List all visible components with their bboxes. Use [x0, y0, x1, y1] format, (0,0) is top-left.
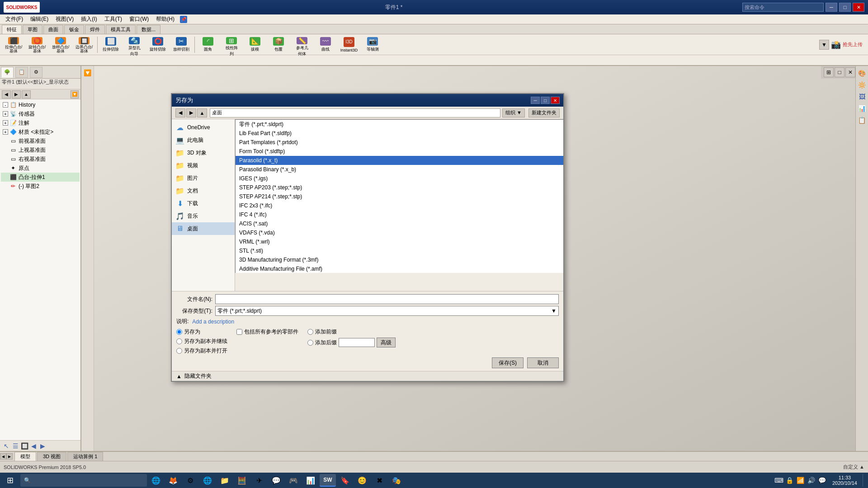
tool-draft[interactable]: 📐 拔模	[243, 36, 267, 54]
ft-vda[interactable]: VDAFS (*.vda)	[236, 228, 563, 237]
ft-sat[interactable]: ACIS (*.sat)	[236, 219, 563, 228]
tray-icon5[interactable]: 💬	[818, 476, 827, 485]
sidebar-pictures[interactable]: 📁 图片	[172, 172, 235, 184]
menu-insert[interactable]: 插入(I)	[77, 14, 100, 24]
sidebar-downloads[interactable]: ⬇ 下载	[172, 197, 235, 210]
pin-icon[interactable]: 📌	[180, 16, 187, 23]
taskbar-item9[interactable]: 💬	[268, 474, 284, 487]
tab-motion[interactable]: 运动算例 1	[67, 452, 103, 461]
ft-stl[interactable]: STL (*.stl)	[236, 246, 563, 255]
tool-instant3d[interactable]: I3D Instant3D	[337, 36, 361, 54]
suffix-radio[interactable]	[307, 340, 313, 346]
status-custom[interactable]: 自定义 ▲	[843, 464, 864, 470]
tool-hole-wizard[interactable]: 🔩 异型孔向导	[123, 36, 146, 54]
tab-features[interactable]: 特征	[2, 25, 22, 34]
sidebar-computer[interactable]: 💻 此电脑	[172, 134, 235, 146]
radio-save-copy-continue[interactable]: 另存为副本并继续	[176, 338, 227, 345]
sidebar-videos[interactable]: 📁 视频	[172, 159, 235, 172]
tool-boundary-boss[interactable]: 🔲 边界凸台/基体	[72, 36, 96, 54]
start-button[interactable]: ⊞	[2, 474, 18, 487]
menu-file[interactable]: 文件(F)	[2, 14, 27, 24]
tree-back-btn[interactable]: ◀	[2, 90, 11, 99]
tab-sketch[interactable]: 草图	[23, 25, 42, 34]
dialog-forward-btn[interactable]: ▶	[186, 108, 196, 117]
taskbar-item10[interactable]: 🎮	[285, 474, 302, 487]
dialog-maximize-btn[interactable]: □	[541, 97, 550, 104]
ft-3mf[interactable]: 3D Manufacturing Format (*.3mf)	[236, 255, 563, 264]
tab-surface[interactable]: 曲面	[43, 25, 63, 34]
taskbar-explorer[interactable]: 📁	[217, 474, 233, 487]
lp-list-icon[interactable]: ☰	[11, 441, 20, 450]
taskbar-edge[interactable]: 🌐	[199, 474, 216, 487]
expand-toolbar-btn[interactable]: ▼	[819, 40, 829, 50]
ft-wrl[interactable]: VRML (*.wrl)	[236, 237, 563, 246]
tool-loft-boss[interactable]: 🔷 放样凸台/基体	[49, 36, 72, 54]
hide-folder-toggle[interactable]: ▲ 隐藏文件夹	[172, 371, 563, 381]
taskbar-item13[interactable]: 🔖	[337, 474, 353, 487]
taskbar-firefox[interactable]: 🦊	[165, 474, 181, 487]
menu-tools[interactable]: 工具(T)	[101, 14, 126, 24]
lp-pointer-icon[interactable]: ↖	[2, 441, 11, 450]
tab-sheet-metal[interactable]: 钣金	[64, 25, 84, 34]
organize-btn[interactable]: 组织 ▼	[502, 108, 525, 117]
taskbar-item16[interactable]: 🎭	[388, 474, 405, 487]
filter-icon[interactable]: 🔽	[71, 90, 79, 99]
taskbar-item15[interactable]: ✖	[371, 474, 387, 487]
ft-ifc2x3[interactable]: IFC 2x3 (*.ifc)	[236, 201, 563, 210]
filename-input[interactable]	[215, 294, 559, 304]
tree-item-material[interactable]: + 🔷 材质 <未指定>	[1, 127, 80, 136]
sidebar-onedrive[interactable]: ☁ OneDrive	[172, 121, 235, 134]
sidebar-music[interactable]: 🎵 音乐	[172, 210, 235, 222]
prefix-radio[interactable]	[307, 329, 313, 335]
viewport[interactable]: ⊞ □ ✕ ✕ 另存为 ─ □ ✕ ◀ ▶ ▲	[94, 66, 868, 451]
tab-weld[interactable]: 焊件	[85, 25, 105, 34]
ft-step214[interactable]: STEP AP214 (*.step;*.stp)	[236, 192, 563, 201]
capture-btn[interactable]: 📸	[831, 40, 841, 50]
taskbar-calc[interactable]: 🧮	[234, 474, 250, 487]
annotations-expand[interactable]: +	[3, 120, 8, 126]
taskbar-clock[interactable]: 11:33 2020/10/14	[829, 475, 861, 486]
suffix-input[interactable]	[339, 338, 375, 347]
ft-amf[interactable]: Additive Manufacturing File (*.amf)	[236, 264, 563, 273]
ft-ifc4[interactable]: IFC 4 (*.ifc)	[236, 210, 563, 219]
tray-icon3[interactable]: 📶	[796, 476, 805, 485]
taskbar-chrome[interactable]: ⚙	[182, 474, 198, 487]
tool-loft-cut[interactable]: ✂ 放样切割	[170, 36, 193, 54]
add-description[interactable]: Add a description	[192, 319, 234, 325]
close-button[interactable]: ✕	[853, 3, 864, 12]
tool-extrude-cut[interactable]: ⬜ 拉伸切除	[99, 36, 123, 54]
tree-item-history[interactable]: - 📋 History	[1, 100, 80, 109]
search-box[interactable]: 搜索命令	[742, 3, 824, 12]
tool-curve[interactable]: 〰 曲线	[314, 36, 337, 54]
dialog-back-btn[interactable]: ◀	[175, 108, 185, 117]
filetype-dropdown[interactable]: 零件 (*.prt;*.sldprt) Lib Feat Part (*.sld…	[235, 119, 563, 273]
radio-copy-continue-input[interactable]	[176, 338, 182, 344]
minimize-button[interactable]: ─	[826, 3, 837, 12]
show-desktop-btn[interactable]	[863, 474, 866, 487]
menu-edit[interactable]: 编辑(E)	[27, 14, 52, 24]
tree-item-right-plane[interactable]: ▭ 右视基准面	[1, 155, 80, 164]
tree-forward-btn[interactable]: ▶	[12, 90, 21, 99]
tree-item-sensors[interactable]: + 📡 传感器	[1, 109, 80, 118]
lp-zoom-icon[interactable]: 🔲	[20, 441, 29, 450]
sidebar-3dobjects[interactable]: 📁 3D 对象	[172, 146, 235, 159]
menu-view[interactable]: 视图(V)	[52, 14, 77, 24]
tool-linear-pattern[interactable]: ⊞ 线性阵列	[220, 36, 243, 54]
tab-mold[interactable]: 模具工具	[106, 25, 136, 34]
rsp-displaymgr-icon[interactable]: 📊	[857, 103, 868, 114]
history-expand[interactable]: -	[3, 102, 8, 108]
taskbar-sw[interactable]: SW	[320, 474, 336, 487]
dialog-path[interactable]: 桌面	[210, 108, 500, 117]
sensors-expand[interactable]: +	[3, 111, 8, 117]
ft-step203[interactable]: STEP AP203 (*.step;*.stp)	[236, 183, 563, 192]
filter-icon[interactable]: 🔽	[83, 68, 93, 78]
cancel-button[interactable]: 取消	[527, 357, 559, 368]
tool-revolve-boss[interactable]: ⭕ 旋转凸台/基体	[25, 36, 49, 54]
tree-item-annotations[interactable]: + 📝 注解	[1, 118, 80, 127]
tool-extrude-boss[interactable]: ⬛ 拉伸凸台/基体	[2, 36, 25, 54]
lp-nav-left[interactable]: ◀	[29, 441, 38, 450]
tab-model[interactable]: 模型	[14, 452, 36, 461]
tray-icon1[interactable]: ⌨	[774, 476, 783, 485]
tab-left-arrow[interactable]: ◀	[0, 453, 6, 460]
rsp-section-icon[interactable]: 📋	[857, 115, 868, 126]
